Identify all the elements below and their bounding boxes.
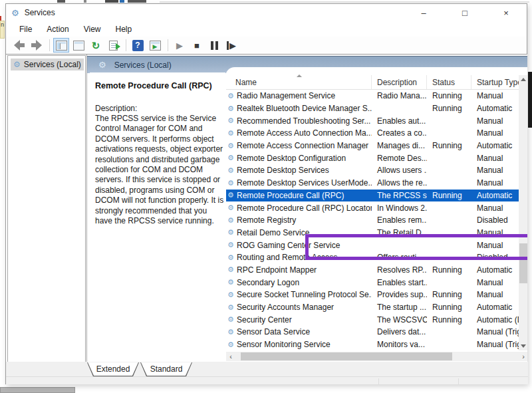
maximize-button[interactable]: □ [444,4,485,21]
back-icon[interactable] [11,38,27,53]
menu-help[interactable]: Help [108,23,140,36]
service-startup-type: Automatic [471,303,519,312]
table-row[interactable]: ⚙ Security Center The WSCSVC... Running … [226,313,519,326]
table-row[interactable]: ⚙ Retail Demo Service The Retail D... Ma… [226,227,519,239]
background-window-fragment [0,387,75,393]
show-action-pane-icon[interactable] [70,38,86,53]
table-row[interactable]: ⚙ Remote Desktop Services Allows users .… [226,164,519,177]
menu-file[interactable]: File [12,23,39,36]
service-description: Radio Mana... [372,91,427,100]
background-sticky-note-fragment: n [0,21,5,39]
vertical-scroll-thumb[interactable] [519,243,527,283]
service-description: Allows the re... [372,178,427,188]
table-row[interactable]: ⚙ Remote Access Auto Connection Ma... Cr… [226,127,519,140]
show-console-tree-icon[interactable] [53,38,69,53]
scroll-down-icon[interactable] [519,342,527,350]
menu-bar: File Action View Help [6,21,527,37]
menu-action[interactable]: Action [39,23,76,36]
column-header-startup-type[interactable]: Startup Type [471,75,519,89]
tab-standard[interactable]: Standard [140,362,192,376]
service-name: Security Center [237,315,372,325]
title-bar[interactable]: ⚙ Services – □ × [6,4,527,21]
service-startup-type: Disabled [471,253,519,262]
stop-service-icon[interactable]: ■ [189,38,205,53]
service-name: Remote Desktop Configuration [237,154,372,163]
description-text: The RPCSS service is the Service Control… [95,114,225,226]
extended-pane-icon[interactable]: ▶ [147,38,163,53]
service-description: Manages di... [372,141,427,150]
start-service-icon[interactable]: ▶ [172,38,188,53]
services-list-panel: Name Description Status Startup Type ⚙ R… [225,67,527,361]
tree-item-services-local[interactable]: ⚙ Services (Local) [11,59,84,70]
pause-service-icon[interactable] [206,38,222,53]
column-header-name[interactable]: Name [226,75,372,89]
column-header-description[interactable]: Description [372,75,427,89]
service-name: ROG Gaming Center Service [237,241,372,250]
minimize-button[interactable]: – [403,4,444,21]
background-window-fragment [160,1,529,3]
table-row[interactable]: ⚙ Secondary Logon Enables start... Manua… [226,276,519,289]
table-row[interactable]: ⚙ Secure Socket Tunneling Protocol Se...… [226,289,519,301]
service-startup-type: Manual [471,166,519,175]
service-gear-icon: ⚙ [226,304,237,311]
service-status: Running [427,191,471,200]
table-row[interactable]: ⚙ Sensor Data Service Delivers dat... Ma… [226,326,519,338]
service-startup-type: Automatic [471,191,519,200]
table-row[interactable]: ⚙ Remote Desktop Services UserMode... Al… [226,177,519,190]
help-icon[interactable]: ? [130,38,146,53]
service-gear-icon: ⚙ [226,316,237,323]
table-row[interactable]: ⚙ Realtek Bluetooth Device Manager S... … [226,102,519,115]
vertical-scrollbar[interactable] [519,75,527,350]
menu-view[interactable]: View [76,23,108,36]
service-gear-icon: ⚙ [226,254,237,261]
column-header-status[interactable]: Status [427,75,471,89]
service-gear-icon: ⚙ [226,192,237,199]
scroll-right-icon[interactable]: › [519,352,527,361]
table-row[interactable]: ⚙ Radio Management Service Radio Mana...… [226,90,519,102]
service-startup-type: Manual (Trig [471,327,519,336]
toolbar-separator [49,39,50,51]
service-description: Resolves RP... [372,265,427,275]
table-row[interactable]: ⚙ Security Accounts Manager The startup … [226,301,519,314]
service-gear-icon: ⚙ [226,105,237,112]
table-row[interactable]: ⚙ ROG Gaming Center Service Manual [226,239,519,251]
close-button[interactable]: × [485,4,527,21]
service-gear-icon: ⚙ [226,167,237,174]
table-row[interactable]: ⚙ Remote Desktop Configuration Remote De… [226,152,519,164]
service-gear-icon: ⚙ [226,217,237,224]
service-startup-type: Automatic [471,265,519,275]
service-startup-type: Manual [471,154,519,163]
scroll-left-icon[interactable]: ‹ [226,352,235,361]
services-pane: ⚙ Services (Local) Remote Procedure Call… [86,55,527,362]
service-status: Running [427,265,471,275]
export-list-icon[interactable] [105,38,121,53]
table-row[interactable]: ⚙ Remote Procedure Call (RPC) The RPCSS … [226,190,519,202]
refresh-icon[interactable]: ↻ [88,38,104,53]
table-row[interactable]: ⚙ Recommended Troubleshooting Ser... Ena… [226,114,519,127]
service-name: Remote Procedure Call (RPC) [237,191,372,200]
service-startup-type: Manual [471,290,519,299]
table-row[interactable]: ⚙ Routing and Remote Access Offers routi… [226,251,519,264]
service-startup-type: Disabled [471,215,519,225]
service-startup-type: Manual [471,116,519,126]
tab-extended[interactable]: Extended [87,362,139,376]
service-startup-type: Manual [471,228,519,237]
service-startup-type: Manual [471,128,519,138]
forward-icon[interactable] [29,38,45,53]
horizontal-scrollbar[interactable]: ‹ › [226,352,527,361]
table-row[interactable]: ⚙ Sensor Monitoring Service Monitors va.… [226,338,519,351]
service-status: Running [427,315,471,325]
service-startup-type: Automatic [471,141,519,150]
table-row[interactable]: ⚙ Remote Access Connection Manager Manag… [226,140,519,152]
service-gear-icon: ⚙ [226,341,237,348]
background-window-fragment [128,0,146,3]
horizontal-scroll-thumb[interactable] [241,352,452,360]
table-row[interactable]: ⚙ Remote Registry Enables rem... Disable… [226,214,519,227]
table-row[interactable]: ⚙ Remote Procedure Call (RPC) Locator In… [226,201,519,214]
toolbar-separator [126,39,126,51]
scroll-up-icon[interactable] [519,75,527,84]
table-row[interactable]: ⚙ RPC Endpoint Mapper Resolves RP... Run… [226,264,519,277]
restart-service-icon[interactable]: ▶ [223,38,239,53]
service-gear-icon: ⚙ [226,92,237,100]
service-startup-type: Automatic (D [471,315,519,325]
